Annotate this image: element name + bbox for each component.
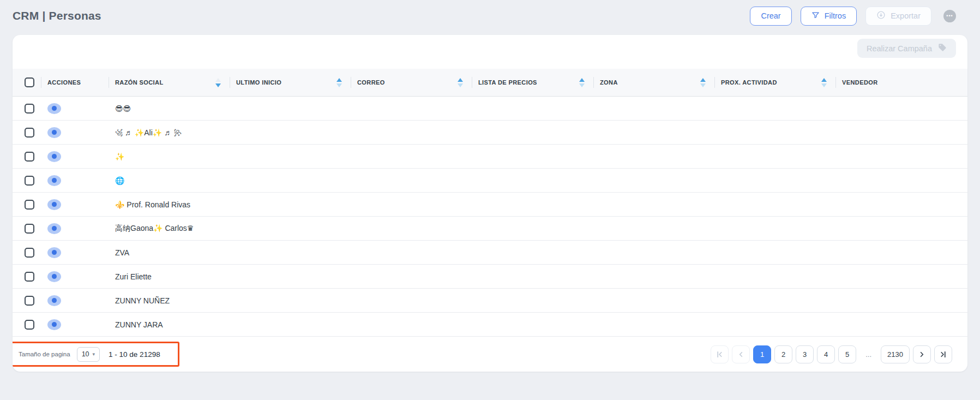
column-header-ultimo-inicio[interactable]: ULTIMO INICIO xyxy=(230,69,351,96)
view-record-icon[interactable] xyxy=(47,247,61,258)
view-record-icon[interactable] xyxy=(47,295,61,306)
row-actions-cell xyxy=(41,199,109,210)
column-header-zona[interactable]: ZONA xyxy=(593,69,714,96)
page-title: CRM | Personas xyxy=(13,9,101,22)
row-select-cell xyxy=(13,224,41,234)
table-row: 😎😎 xyxy=(13,97,967,121)
row-select-cell xyxy=(13,296,41,306)
page-button-2[interactable]: 2 xyxy=(774,345,792,363)
more-options-button[interactable]: ••• xyxy=(943,10,956,22)
view-record-icon[interactable] xyxy=(47,199,61,210)
view-record-icon[interactable] xyxy=(47,271,61,282)
table-card: Realizar Campaña ACCIONES RAZÓN SOCIAL U… xyxy=(13,35,967,372)
row-checkbox[interactable] xyxy=(25,200,34,210)
razon-social-value: 🌐 xyxy=(115,176,124,185)
page-button-1[interactable]: 1 xyxy=(753,345,771,363)
ellipsis-icon: ••• xyxy=(946,13,953,19)
row-actions-cell xyxy=(41,151,109,162)
view-record-icon[interactable] xyxy=(47,151,61,162)
sort-arrows-icon[interactable] xyxy=(579,78,585,87)
column-header-vendedor: VENDEDOR xyxy=(835,69,967,96)
sort-arrows-icon[interactable] xyxy=(700,78,706,87)
row-select-cell xyxy=(13,104,41,114)
razon-social-cell: 🌐 xyxy=(109,176,230,185)
page-button-4[interactable]: 4 xyxy=(817,345,835,363)
table-row: ZUNNY NUÑEZ xyxy=(13,289,967,313)
column-header-razon-social[interactable]: RAZÓN SOCIAL xyxy=(109,69,230,96)
row-checkbox[interactable] xyxy=(25,224,34,234)
razon-social-cell: 😎😎 xyxy=(109,104,230,113)
prev-page-button xyxy=(732,345,750,363)
row-checkbox[interactable] xyxy=(25,248,34,258)
crear-button-label: Crear xyxy=(761,11,780,20)
page-size-value: 10 xyxy=(82,350,89,358)
sort-arrows-icon[interactable] xyxy=(336,78,342,87)
view-record-icon[interactable] xyxy=(47,127,61,138)
chevron-down-icon: ▾ xyxy=(93,351,95,357)
view-record-icon[interactable] xyxy=(47,319,61,330)
next-page-button[interactable] xyxy=(913,345,931,363)
razon-social-cell: ✨ xyxy=(109,152,230,161)
razon-social-cell: ZUNNY NUÑEZ xyxy=(109,296,230,305)
razon-social-cell: Zuri Eliette xyxy=(109,272,230,281)
razon-social-value: 😎😎 xyxy=(115,104,131,113)
eye-pupil xyxy=(52,130,57,135)
table-row: ✨ xyxy=(13,145,967,169)
page-button-3[interactable]: 3 xyxy=(796,345,814,363)
page-size-label: Tamaño de pagina xyxy=(19,351,70,357)
row-actions-cell xyxy=(41,319,109,330)
pagination-bar: Tamaño de pagina 10 ▾ 1 - 10 de 21298 1 … xyxy=(13,337,967,372)
export-download-icon xyxy=(876,10,886,21)
sort-arrows-icon[interactable] xyxy=(821,78,827,87)
sort-arrows-icon[interactable] xyxy=(215,78,221,87)
last-page-button[interactable] xyxy=(934,345,952,363)
row-select-cell xyxy=(13,200,41,210)
row-actions-cell xyxy=(41,103,109,114)
row-checkbox[interactable] xyxy=(25,296,34,306)
realizar-campana-button: Realizar Campaña xyxy=(857,39,956,58)
page-size-group: Tamaño de pagina 10 ▾ 1 - 10 de 21298 xyxy=(19,347,160,362)
eye-pupil xyxy=(52,178,57,183)
column-header-correo[interactable]: CORREO xyxy=(351,69,472,96)
exportar-button-label: Exportar xyxy=(891,11,921,20)
razon-social-value: ⚜️ Prof. Ronald Rivas xyxy=(115,200,190,209)
pagination-range-text: 1 - 10 de 21298 xyxy=(109,350,160,359)
eye-pupil xyxy=(52,250,57,255)
crear-button[interactable]: Crear xyxy=(750,7,791,26)
view-record-icon[interactable] xyxy=(47,103,61,114)
razon-social-value: ✨ xyxy=(115,152,124,161)
table-row: 🌐 xyxy=(13,169,967,193)
page-ellipsis: ... xyxy=(859,345,877,363)
page-button-2130[interactable]: 2130 xyxy=(881,345,910,363)
row-checkbox[interactable] xyxy=(25,176,34,186)
column-header-lista-de-precios[interactable]: LISTA DE PRECIOS xyxy=(472,69,593,96)
row-checkbox[interactable] xyxy=(25,104,34,114)
select-all-checkbox[interactable] xyxy=(25,77,34,87)
row-checkbox[interactable] xyxy=(25,320,34,330)
view-record-icon[interactable] xyxy=(47,175,61,186)
page-size-select[interactable]: 10 ▾ xyxy=(77,347,100,362)
column-header-prox-actividad[interactable]: PROX. ACTIVIDAD xyxy=(714,69,835,96)
row-actions-cell xyxy=(41,175,109,186)
eye-pupil xyxy=(52,322,57,327)
filtros-button[interactable]: Filtros xyxy=(801,7,857,26)
eye-pupil xyxy=(52,154,57,159)
razon-social-cell: ZUNNY JARA xyxy=(109,320,230,329)
razon-social-cell: ZVA xyxy=(109,248,230,257)
page-button-5[interactable]: 5 xyxy=(838,345,856,363)
row-actions-cell xyxy=(41,127,109,138)
row-checkbox[interactable] xyxy=(25,128,34,138)
sort-arrows-icon[interactable] xyxy=(458,78,463,87)
eye-pupil xyxy=(52,274,57,279)
filtros-button-label: Filtros xyxy=(825,11,846,20)
table-row: 高纳Gaona✨ Carlos♛ xyxy=(13,217,967,241)
realizar-campana-label: Realizar Campaña xyxy=(867,44,932,53)
razon-social-value: ꧁ ♬ ✨Ali✨ ♬ ꧂ xyxy=(115,128,182,137)
row-checkbox[interactable] xyxy=(25,272,34,282)
eye-pupil xyxy=(52,226,57,231)
filter-funnel-icon xyxy=(811,11,820,21)
view-record-icon[interactable] xyxy=(47,223,61,234)
row-checkbox[interactable] xyxy=(25,152,34,162)
table-body: 😎😎 ꧁ ♬ ✨Ali✨ ♬ ꧂ xyxy=(13,97,967,337)
eye-pupil xyxy=(52,202,57,207)
